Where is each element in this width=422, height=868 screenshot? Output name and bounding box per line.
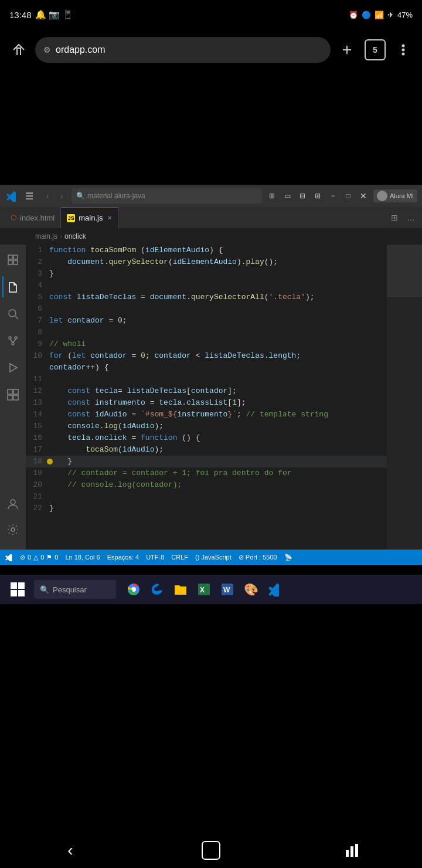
url-bar[interactable]: ⚙ ordapp.com — [35, 37, 331, 63]
taskbar-vscode-taskbar[interactable] — [265, 580, 284, 599]
error-count: 0 — [28, 554, 31, 561]
split-editor-button[interactable]: ⊞ — [266, 189, 278, 202]
more-actions-button[interactable]: … — [404, 211, 417, 224]
svg-point-13 — [12, 343, 14, 345]
statusbar-errors[interactable]: ⊘ 0 △ 0 ⚑ 0 — [20, 554, 58, 561]
code-line-22: 22 } — [26, 503, 387, 514]
warning-count: 0 — [40, 554, 44, 561]
svg-point-22 — [11, 528, 15, 531]
airplane-icon: ✈ — [387, 11, 394, 19]
bluetooth-icon: 🔵 — [362, 11, 371, 19]
alura-label: Alura MI — [390, 192, 414, 199]
home-button-nav[interactable] — [196, 836, 226, 865]
svg-point-21 — [11, 500, 15, 504]
maximize-button[interactable]: □ — [342, 189, 355, 202]
taskbar-edge[interactable] — [148, 580, 166, 599]
split-view-button[interactable]: ⊞ — [388, 211, 401, 224]
statusbar-line-ending[interactable]: CRLF — [171, 554, 188, 561]
layout2-button[interactable]: ⊟ — [296, 189, 309, 202]
browser-menu-button[interactable] — [392, 38, 415, 62]
svg-rect-5 — [8, 255, 12, 259]
html-icon: ⬡ — [11, 213, 16, 222]
code-line-14: 14 const idAudio = `#som_${instrumento}`… — [26, 409, 387, 421]
code-editor[interactable]: 1 function tocaSomPom (idElementAudio) {… — [26, 245, 387, 550]
code-line-16: 16 tecla.onclick = function () { — [26, 432, 387, 444]
svg-point-11 — [9, 337, 11, 339]
close-button[interactable]: ✕ — [357, 189, 370, 202]
svg-rect-19 — [8, 395, 12, 400]
code-line-4: 4 — [26, 280, 387, 291]
titlebar-nav: ‹ › — [41, 189, 68, 202]
port-label: ⊘ Port : 5500 — [239, 554, 277, 561]
new-tab-button[interactable] — [335, 38, 359, 62]
svg-point-3 — [403, 49, 404, 51]
code-line-19: 19 // contador = contador + 1; foi pra d… — [26, 467, 387, 479]
layout-button[interactable]: ▭ — [281, 189, 294, 202]
tab-index-html[interactable]: ⬡ index.html — [5, 207, 61, 228]
nav-back-button[interactable]: ‹ — [41, 189, 54, 202]
taskbar-word[interactable]: W — [218, 580, 237, 599]
svg-rect-18 — [13, 389, 18, 394]
vscode-titlebar: ☰ ‹ › 🔍 material alura-java ⊞ ▭ ⊟ ⊞ − □ … — [0, 185, 422, 207]
back-button[interactable]: ‹ — [56, 836, 85, 865]
svg-marker-16 — [10, 364, 17, 372]
taskbar-icons: X W 🎨 — [124, 580, 284, 599]
svg-point-2 — [403, 45, 404, 47]
activity-account[interactable] — [2, 493, 23, 514]
activity-run[interactable] — [2, 357, 23, 378]
search-icon: 🔍 — [40, 585, 49, 594]
activity-explorer[interactable] — [2, 249, 23, 270]
activity-source-control[interactable] — [2, 330, 23, 351]
tab-count: 5 — [373, 45, 377, 55]
code-line-12: 12 const tecla= listaDeTeclas[contador]; — [26, 385, 387, 397]
code-line-20: 20 // console.log(contador); — [26, 479, 387, 491]
statusbar-language[interactable]: () JavaScript — [195, 554, 232, 561]
browser-bar: ⚙ ordapp.com 5 — [0, 29, 422, 70]
statusbar-spaces[interactable]: Espaços: 4 — [107, 554, 139, 561]
vscode-statusbar: ⊘ 0 △ 0 ⚑ 0 Ln 18, Col 6 Espaços: 4 UTF-… — [0, 550, 422, 565]
error-icon: ⊘ — [20, 554, 25, 561]
cursor-position: Ln 18, Col 6 — [65, 554, 100, 561]
tabs-bar-right: ⊞ … — [388, 211, 417, 224]
activity-files[interactable] — [2, 276, 23, 297]
activity-extensions[interactable] — [2, 384, 23, 405]
svg-line-14 — [10, 339, 13, 343]
titlebar-search[interactable]: 🔍 material alura-java — [72, 188, 262, 204]
nav-forward-button[interactable]: › — [55, 189, 68, 202]
code-line-10: 10 for (let contador = 0; contador < lis… — [26, 350, 387, 362]
svg-rect-24 — [18, 582, 25, 589]
tab-close-icon[interactable]: ✕ — [107, 215, 112, 221]
minimize-button[interactable]: − — [326, 189, 339, 202]
taskbar-figma[interactable]: 🎨 — [241, 580, 260, 599]
activity-settings[interactable] — [2, 519, 23, 540]
taskbar-explorer[interactable] — [171, 580, 190, 599]
recents-button[interactable] — [337, 836, 366, 865]
statusbar-cursor[interactable]: Ln 18, Col 6 — [65, 554, 100, 561]
activity-bottom — [2, 493, 23, 545]
code-line-17: 17 tocaSom(idAudio); — [26, 444, 387, 456]
home-button[interactable] — [7, 38, 30, 62]
statusbar-port[interactable]: ⊘ Port : 5500 — [239, 554, 277, 561]
alarm-icon: ⏰ — [349, 11, 358, 19]
svg-rect-6 — [13, 255, 18, 259]
taskbar-search-bar[interactable]: 🔍 Pesquisar — [34, 580, 116, 599]
code-line-1: 1 function tocaSomPom (idElementAudio) { — [26, 245, 387, 256]
search-text: material alura-java — [87, 192, 145, 200]
battery-display: 47% — [397, 11, 413, 19]
taskbar-excel[interactable]: X — [195, 580, 213, 599]
encoding-label: UTF-8 — [146, 554, 164, 561]
taskbar-chrome[interactable] — [124, 580, 143, 599]
code-line-18: 18 } — [26, 456, 387, 467]
grid-button[interactable]: ⊞ — [311, 189, 324, 202]
windows-start-button[interactable] — [7, 579, 28, 600]
statusbar-vscode-icon — [5, 553, 13, 561]
tab-switcher-button[interactable]: 5 — [365, 39, 386, 60]
info-icon: ⚑ — [46, 554, 52, 561]
menu-button[interactable]: ☰ — [21, 188, 38, 204]
statusbar-broadcast[interactable]: 📡 — [284, 554, 292, 561]
tab-main-js[interactable]: JS main.js ✕ — [61, 207, 118, 228]
svg-rect-7 — [8, 260, 12, 265]
activity-search[interactable] — [2, 303, 23, 324]
breakpoint-dot[interactable] — [47, 459, 53, 464]
statusbar-encoding[interactable]: UTF-8 — [146, 554, 164, 561]
